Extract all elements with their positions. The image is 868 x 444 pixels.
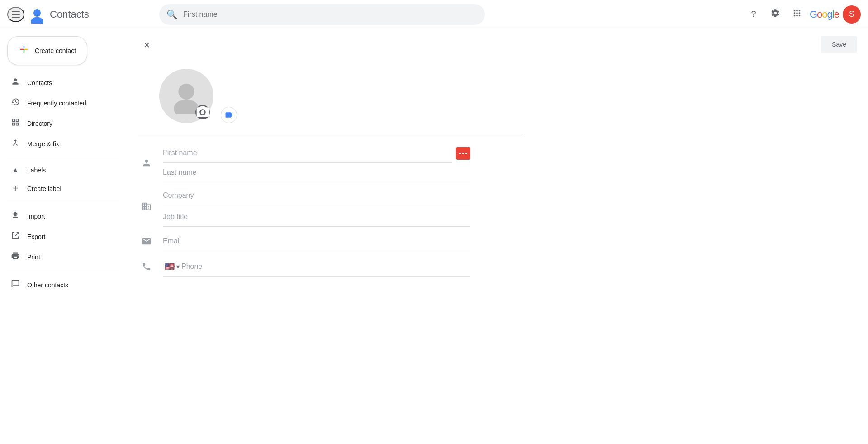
history-icon xyxy=(11,97,20,109)
settings-button[interactable] xyxy=(766,5,784,24)
first-name-row xyxy=(138,142,523,184)
email-field-wrap xyxy=(163,232,470,251)
company-input[interactable] xyxy=(163,186,470,205)
export-item[interactable]: Export xyxy=(0,226,127,247)
last-name-input[interactable] xyxy=(163,163,470,182)
google-wordmark: Google xyxy=(810,9,839,20)
avatar-upload-button[interactable] xyxy=(159,69,213,123)
print-label: Print xyxy=(27,253,40,261)
merge-icon xyxy=(11,138,20,149)
import-icon xyxy=(11,210,20,222)
us-flag-icon: 🇺🇸 xyxy=(165,262,175,272)
export-label: Export xyxy=(27,233,45,240)
search-input[interactable] xyxy=(183,10,478,19)
print-item[interactable]: Print xyxy=(0,247,127,267)
form-divider xyxy=(138,134,523,134)
first-name-input[interactable] xyxy=(163,143,452,163)
other-contacts-icon xyxy=(11,279,20,291)
create-label-label: Create label xyxy=(27,185,62,192)
person-icon xyxy=(11,77,20,88)
email-row xyxy=(138,229,523,254)
camera-overlay xyxy=(195,105,210,119)
print-icon xyxy=(11,251,20,263)
first-name-field-row xyxy=(163,143,470,163)
sidebar: Create contact Contacts Frequently conta… xyxy=(0,29,127,444)
sidebar-item-merge-fix[interactable]: Merge & fix xyxy=(0,134,119,154)
svg-point-9 xyxy=(178,84,194,100)
labels-section[interactable]: ▲ Labels xyxy=(0,162,127,179)
directory-icon xyxy=(11,118,20,129)
export-icon xyxy=(11,231,20,242)
chevron-up-icon: ▲ xyxy=(11,166,20,174)
sidebar-divider-1 xyxy=(7,158,119,158)
sidebar-item-contacts[interactable]: Contacts xyxy=(0,72,119,93)
email-input[interactable] xyxy=(163,232,470,251)
plus-icon xyxy=(19,44,29,57)
logo-area: Contacts xyxy=(28,5,89,24)
dots-icon xyxy=(459,153,467,154)
google-logo-area: Google xyxy=(810,9,839,20)
header-actions: ? Google S xyxy=(745,5,861,24)
import-label: Import xyxy=(27,213,45,220)
last-name-field-row xyxy=(163,163,470,182)
name-extra-button[interactable] xyxy=(456,147,470,160)
phone-country-selector[interactable]: 🇺🇸 ▾ xyxy=(163,262,181,272)
svg-point-4 xyxy=(34,9,40,15)
import-item[interactable]: Import xyxy=(0,206,127,226)
sidebar-divider-3 xyxy=(7,271,119,271)
create-contact-button[interactable]: Create contact xyxy=(7,36,87,65)
help-icon: ? xyxy=(751,9,756,19)
app-header: Contacts 🔍 // Fix search placeholder doc… xyxy=(0,0,868,29)
add-label-button[interactable] xyxy=(221,107,237,123)
company-field-wrap xyxy=(163,186,470,205)
close-icon: ✕ xyxy=(143,40,150,50)
labels-section-label: Labels xyxy=(27,167,46,174)
job-title-input[interactable] xyxy=(163,207,470,226)
form-fields: 🇺🇸 ▾ xyxy=(138,138,523,283)
save-button[interactable]: Save xyxy=(821,36,857,53)
company-group xyxy=(163,186,470,227)
user-avatar-button[interactable]: S xyxy=(843,5,861,24)
sidebar-item-frequently-label: Frequently contacted xyxy=(27,100,86,107)
search-icon: 🔍 xyxy=(166,9,178,20)
apps-button[interactable] xyxy=(788,5,806,24)
person-field-icon xyxy=(138,158,156,168)
sidebar-item-merge-label: Merge & fix xyxy=(27,140,59,148)
plus-small-icon: + xyxy=(11,183,20,194)
create-label-item[interactable]: + Create label xyxy=(0,179,127,198)
sidebar-item-directory-label: Directory xyxy=(27,120,52,127)
sidebar-item-frequently-contacted[interactable]: Frequently contacted xyxy=(0,93,119,113)
menu-button[interactable] xyxy=(7,7,24,22)
other-contacts-item[interactable]: Other contacts xyxy=(0,275,127,295)
chevron-down-icon: ▾ xyxy=(176,263,180,270)
contact-form-panel: ✕ Save xyxy=(127,29,534,283)
phone-field-icon xyxy=(138,262,156,272)
app-title: Contacts xyxy=(50,9,89,20)
phone-input[interactable] xyxy=(181,257,470,276)
sidebar-item-directory[interactable]: Directory xyxy=(0,113,119,134)
sidebar-item-contacts-label: Contacts xyxy=(27,79,52,86)
help-button[interactable]: ? xyxy=(745,5,763,24)
search-bar[interactable]: 🔍 xyxy=(159,4,485,25)
name-fields-group xyxy=(163,143,470,182)
header-left: Contacts xyxy=(7,5,152,24)
company-row xyxy=(138,184,523,229)
main-layout: Create contact Contacts Frequently conta… xyxy=(0,29,868,444)
other-contacts-label: Other contacts xyxy=(27,282,68,289)
phone-row: 🇺🇸 ▾ xyxy=(138,254,523,279)
form-topbar: ✕ xyxy=(138,29,523,62)
company-field-icon xyxy=(138,201,156,211)
content-area: ✕ Save xyxy=(127,29,868,444)
job-title-field-wrap xyxy=(163,207,470,227)
create-contact-label: Create contact xyxy=(35,47,76,54)
gear-icon xyxy=(770,8,780,20)
email-field-icon xyxy=(138,236,156,246)
phone-field-wrap: 🇺🇸 ▾ xyxy=(163,257,470,277)
close-form-button[interactable]: ✕ xyxy=(138,36,156,54)
sidebar-divider-2 xyxy=(7,202,119,202)
contacts-logo-icon xyxy=(28,5,46,24)
apps-grid-icon xyxy=(792,8,802,20)
avatar-section xyxy=(138,62,523,134)
